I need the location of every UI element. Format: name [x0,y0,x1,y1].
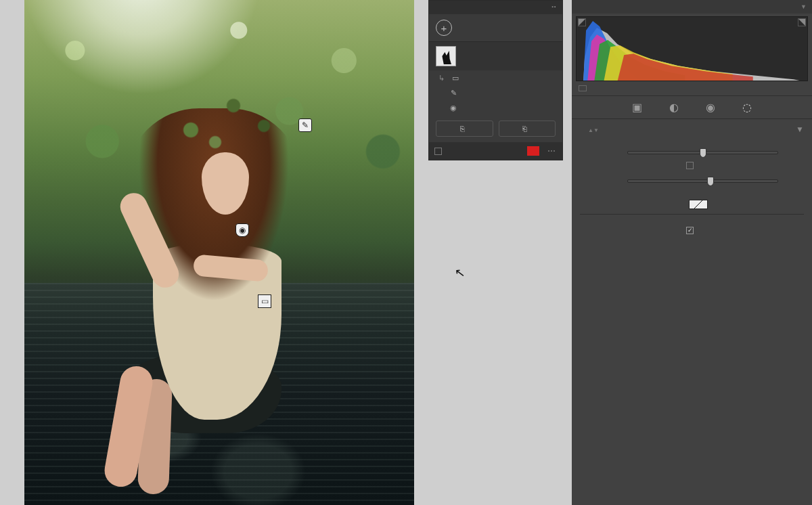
mask-pin-subject-icon[interactable]: ◉ [235,223,249,237]
overlay-menu-icon[interactable]: ⋯ [545,146,557,156]
histogram-header[interactable]: ▼ [572,0,812,14]
crop-tool-icon[interactable]: ▣ [631,101,644,114]
histogram-graph [577,17,807,81]
slider-track[interactable] [627,151,778,154]
mask-component-gradient[interactable]: ↳ ▭ [429,70,562,85]
mask-component-subject[interactable]: ◉ [429,100,562,115]
slider-hue[interactable] [580,146,804,159]
color-swatch[interactable] [689,200,708,209]
right-panel: ▼ ▣ ◐ ◉ ◌ ▲▼ ▼ [572,0,812,505]
usefine-checkbox[interactable] [686,162,694,169]
slider-saturation[interactable] [580,175,804,188]
linear-gradient-icon: ▭ [450,73,461,83]
subject-icon: ◉ [448,103,459,112]
adjust-panel: ▲▼ ▼ [572,119,812,242]
return-icon: ↳ [438,74,445,83]
photo-canvas[interactable]: ✎ ◉ ▭ [24,0,414,505]
create-mask-button[interactable]: + [429,14,562,42]
effect-preset-dropdown[interactable]: ▲▼ [585,125,600,134]
mask-tool-icon[interactable]: ◌ [740,101,754,114]
slider-track[interactable] [627,179,778,183]
plus-icon: + [436,20,452,36]
heal-tool-icon[interactable]: ◐ [667,101,681,114]
masks-panel-header[interactable]: ⠒ [429,1,562,14]
slider-knob[interactable] [700,148,706,158]
mask-thumb-icon [436,46,456,66]
histogram[interactable] [576,16,808,81]
add-icon: ⎘ [460,125,465,133]
add-button[interactable]: ⎘ [436,120,493,137]
overlay-color-swatch[interactable] [527,146,539,156]
mask-pin-gradient-icon[interactable]: ▭ [258,294,271,308]
figure-crown [166,81,288,162]
panel-menu-icon[interactable]: ⠒ [551,3,558,12]
redeye-tool-icon[interactable]: ◉ [704,101,717,114]
panel-disclose-icon[interactable]: ▼ [796,125,804,134]
tool-strip: ▣ ◐ ◉ ◌ [572,96,812,119]
mask-item[interactable] [429,42,562,70]
cursor-icon: ↖ [454,265,466,281]
reset-checkbox[interactable] [686,227,694,234]
subtract-button[interactable]: ⎗ [499,120,556,137]
mask-pin-brush-icon[interactable]: ✎ [298,118,312,132]
brush-icon: ✎ [448,88,459,97]
original-photo-toggle[interactable] [579,85,587,91]
disclose-icon[interactable]: ▼ [800,3,807,10]
show-overlay-checkbox[interactable] [434,148,442,155]
subtract-icon: ⎗ [522,125,527,133]
slider-knob[interactable] [707,177,714,186]
mask-component-brush[interactable]: ✎ [429,85,562,100]
masks-panel: ⠒ + ↳ ▭ ✎ ◉ ⎘ ⎗ ⋯ [428,0,563,160]
